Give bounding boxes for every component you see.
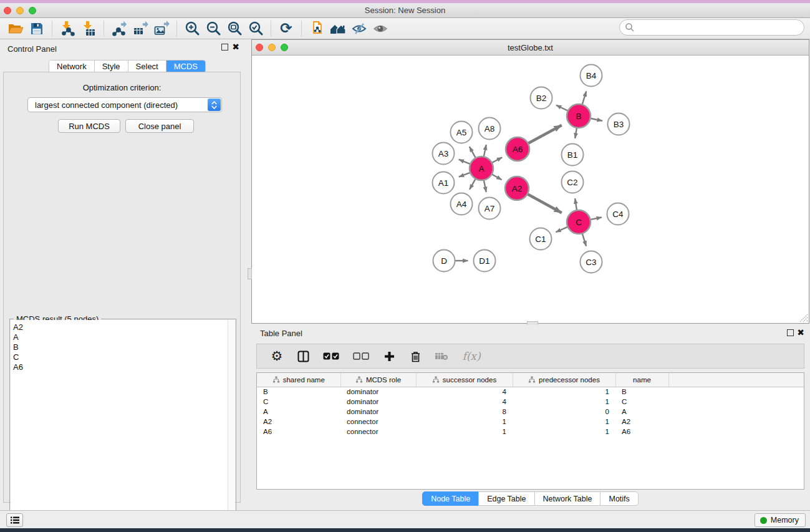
minimize-frame-button[interactable] xyxy=(268,44,276,51)
table-cell[interactable]: 1 xyxy=(513,427,615,437)
resize-grip-icon[interactable] xyxy=(799,313,808,322)
mcds-result-item[interactable]: A xyxy=(13,332,235,342)
node-B[interactable]: B xyxy=(567,104,591,128)
network-canvas[interactable]: B4B2BB3A8A5A6A3B1AA1C2A2A4A7C4CC1C3DD1 xyxy=(252,56,809,323)
table-row[interactable]: Bdominator41B xyxy=(257,387,804,397)
column-header-successor-nodes[interactable]: successor nodes xyxy=(416,373,513,387)
column-header-MCDS-role[interactable]: MCDS role xyxy=(340,373,416,387)
minimize-window-button[interactable] xyxy=(16,7,24,14)
save-session-button[interactable] xyxy=(26,19,47,38)
edge-A-A1[interactable] xyxy=(459,173,470,177)
edge-A-A7[interactable] xyxy=(484,180,486,192)
import-table-button[interactable] xyxy=(78,19,99,38)
node-B3[interactable]: B3 xyxy=(608,114,630,135)
node-A2[interactable]: A2 xyxy=(505,177,529,200)
edge-A6-B[interactable] xyxy=(528,125,562,143)
node-A[interactable]: A xyxy=(470,157,493,180)
network-frame-titlebar[interactable]: testGlobe.txt xyxy=(252,40,809,56)
zoom-out-button[interactable] xyxy=(203,19,224,38)
node-B1[interactable]: B1 xyxy=(562,144,584,166)
edge-A-A2[interactable] xyxy=(492,174,502,180)
table-cell[interactable]: dominator xyxy=(340,387,416,397)
tab-style[interactable]: Style xyxy=(95,60,128,72)
select-all-button[interactable] xyxy=(321,347,342,365)
zoom-in-button[interactable] xyxy=(181,19,203,38)
table-cell[interactable]: C xyxy=(257,397,340,407)
run-mcds-button[interactable]: Run MCDS xyxy=(58,119,120,133)
delete-column-button[interactable] xyxy=(407,347,424,365)
tab-mcds[interactable]: MCDS xyxy=(166,60,205,72)
table-settings-button[interactable]: ⚙ xyxy=(268,347,286,365)
hide-graphics-details-button[interactable] xyxy=(349,19,370,38)
close-panel-button[interactable]: Close panel xyxy=(125,119,194,133)
create-column-button[interactable] xyxy=(380,347,398,365)
tab-edge-table[interactable]: Edge Table xyxy=(478,491,534,506)
table-cell[interactable]: A6 xyxy=(615,427,668,437)
search-field[interactable] xyxy=(619,19,804,36)
table-cell[interactable]: B xyxy=(615,387,668,397)
mcds-result-scrollbar[interactable] xyxy=(228,320,235,530)
table-cell[interactable]: dominator xyxy=(340,397,416,407)
zoom-frame-button[interactable] xyxy=(281,44,288,51)
import-network-button[interactable] xyxy=(57,19,78,38)
close-panel-icon[interactable]: ✖ xyxy=(232,42,239,51)
zoom-window-button[interactable] xyxy=(29,7,36,14)
mcds-result-item[interactable]: C xyxy=(13,352,235,362)
table-cell[interactable]: B xyxy=(257,387,340,397)
node-C1[interactable]: C1 xyxy=(530,228,552,250)
table-cell[interactable]: 1 xyxy=(513,397,615,407)
delete-table-button[interactable] xyxy=(433,347,450,365)
node-A5[interactable]: A5 xyxy=(451,122,473,143)
close-panel-icon[interactable]: ✖ xyxy=(797,328,804,337)
node-D[interactable]: D xyxy=(433,250,455,272)
node-D1[interactable]: D1 xyxy=(474,250,496,272)
table-cell[interactable]: 1 xyxy=(513,387,615,397)
zoom-fit-button[interactable] xyxy=(224,19,245,38)
node-B4[interactable]: B4 xyxy=(581,65,602,87)
optimization-criterion-select[interactable]: largest connected component (directed) xyxy=(27,97,222,112)
export-network-button[interactable] xyxy=(108,19,130,38)
edge-C-C3[interactable] xyxy=(582,233,586,246)
export-table-button[interactable] xyxy=(130,19,151,38)
node-A8[interactable]: A8 xyxy=(479,118,501,140)
table-cell[interactable]: 1 xyxy=(416,417,513,427)
table-cell[interactable]: A2 xyxy=(257,417,340,427)
table-row[interactable]: Cdominator41C xyxy=(257,397,804,407)
node-C2[interactable]: C2 xyxy=(562,172,584,193)
column-header-name[interactable]: name xyxy=(615,373,668,387)
node-A4[interactable]: A4 xyxy=(451,193,473,215)
table-cell[interactable]: 4 xyxy=(416,387,513,397)
edge-A-A4[interactable] xyxy=(470,179,476,190)
mcds-result-item[interactable]: A6 xyxy=(13,362,235,372)
node-C4[interactable]: C4 xyxy=(607,203,629,225)
edge-B-B4[interactable] xyxy=(582,91,587,105)
table-cell[interactable]: 1 xyxy=(513,417,615,427)
table-cell[interactable]: A6 xyxy=(257,427,340,437)
table-row[interactable]: Adominator80A xyxy=(257,407,804,417)
table-cell[interactable]: C xyxy=(615,397,668,407)
splitter-handle[interactable] xyxy=(248,268,252,279)
tab-network[interactable]: Network xyxy=(49,60,95,72)
node-A1[interactable]: A1 xyxy=(433,172,455,194)
birds-eye-view-button[interactable] xyxy=(370,19,391,38)
column-header-shared-name[interactable]: shared name xyxy=(257,373,340,387)
node-A6[interactable]: A6 xyxy=(506,137,529,161)
edge-A-A6[interactable] xyxy=(492,157,503,163)
node-A7[interactable]: A7 xyxy=(479,198,501,220)
edge-A-A3[interactable] xyxy=(459,160,471,164)
table-cell[interactable]: 0 xyxy=(513,407,615,417)
column-header-predecessor-nodes[interactable]: predecessor nodes xyxy=(513,373,615,387)
node-A3[interactable]: A3 xyxy=(433,143,455,165)
edge-C-C4[interactable] xyxy=(591,217,602,220)
memory-button[interactable]: Memory xyxy=(755,513,806,527)
edge-C-C1[interactable] xyxy=(556,227,567,233)
export-image-button[interactable] xyxy=(151,19,172,38)
edge-C-C2[interactable] xyxy=(575,198,577,210)
close-window-button[interactable] xyxy=(4,7,11,14)
tab-select[interactable]: Select xyxy=(128,60,166,72)
table-row[interactable]: A2connector11A2 xyxy=(257,417,804,427)
refresh-button[interactable]: ⟳ xyxy=(276,19,297,38)
edge-A2-C[interactable] xyxy=(528,194,562,213)
home-button[interactable] xyxy=(327,19,349,38)
clone-network-button[interactable] xyxy=(306,19,327,38)
